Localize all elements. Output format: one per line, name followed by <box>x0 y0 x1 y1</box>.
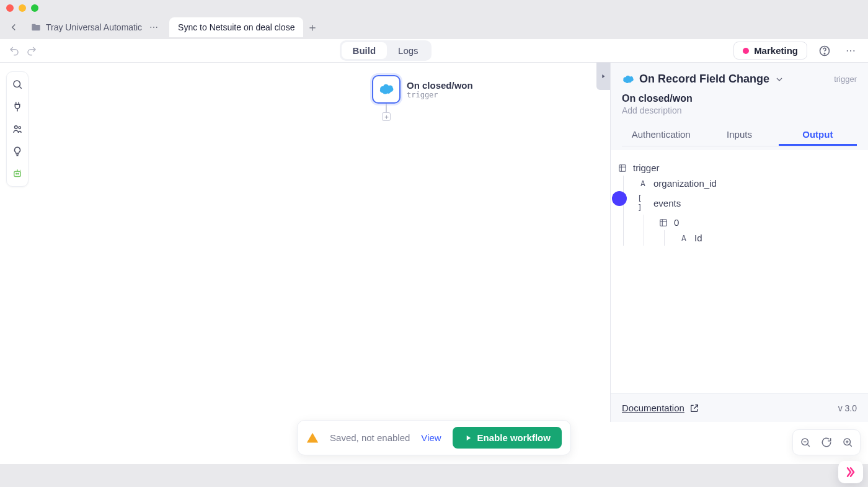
tab-workflow[interactable]: Sync to Netsuite on deal close <box>169 17 303 37</box>
tree-index-0[interactable]: 0 <box>658 215 862 230</box>
chevron-down-icon[interactable] <box>774 74 784 84</box>
string-icon: A <box>678 233 689 243</box>
redo-button[interactable] <box>26 45 37 56</box>
folder-icon <box>31 22 41 32</box>
environment-dot-icon <box>743 48 749 54</box>
tree-id[interactable]: A Id <box>678 230 862 246</box>
doc-label: Documentation <box>622 403 684 413</box>
array-icon: [ ] <box>637 194 649 212</box>
more-menu-button[interactable]: ⋯ <box>842 42 859 60</box>
add-tab-button[interactable]: ＋ <box>303 20 322 35</box>
tree-label: 0 <box>674 217 679 228</box>
enable-workflow-button[interactable]: Enable workflow <box>453 427 562 449</box>
tab-more-icon[interactable]: ⋯ <box>147 22 161 32</box>
tree-root[interactable]: trigger <box>617 160 862 176</box>
window-zoom-icon[interactable] <box>31 4 38 12</box>
tab-label: Tray Universal Automatic <box>46 22 142 32</box>
svg-rect-8 <box>619 164 626 171</box>
string-icon: A <box>637 179 649 188</box>
tab-label: Sync to Netsuite on deal close <box>178 22 294 32</box>
tab-output[interactable]: Output <box>779 123 857 146</box>
help-button[interactable] <box>816 42 833 60</box>
step-properties-panel: On Record Field Change trigger On closed… <box>610 63 868 422</box>
mode-logs[interactable]: Logs <box>387 42 430 59</box>
zoom-controls <box>792 429 861 455</box>
salesforce-icon <box>622 74 634 84</box>
back-button[interactable] <box>5 19 22 36</box>
window-minimize-icon[interactable] <box>19 4 26 12</box>
node-subtitle: trigger <box>407 91 473 99</box>
tab-project[interactable]: Tray Universal Automatic ⋯ <box>22 17 169 37</box>
object-icon <box>617 164 628 172</box>
workspace: On closed/won trigger ＋ On Record Field … <box>0 63 868 464</box>
status-text: Saved, not enabled <box>330 432 410 443</box>
step-description-input[interactable]: Add description <box>622 105 857 115</box>
connector-title: On Record Field Change <box>639 73 769 86</box>
panel-collapse-button[interactable] <box>596 63 610 90</box>
play-icon <box>464 434 472 442</box>
enable-label: Enable workflow <box>477 432 551 443</box>
mode-build[interactable]: Build <box>342 42 388 59</box>
zoom-fit-button[interactable] <box>818 434 835 451</box>
documentation-link[interactable]: Documentation <box>622 403 699 413</box>
tab-strip: Tray Universal Automatic ⋯ Sync to Netsu… <box>0 16 868 39</box>
svg-point-1 <box>824 53 825 53</box>
tree-organization-id[interactable]: A organization_id <box>637 176 862 191</box>
zoom-out-button[interactable] <box>797 434 814 451</box>
tree-label: trigger <box>633 163 660 173</box>
tree-label: events <box>653 198 681 208</box>
trigger-node[interactable]: On closed/won trigger <box>372 75 473 104</box>
add-step-button[interactable]: ＋ <box>382 112 391 121</box>
external-link-icon <box>689 403 699 413</box>
tree-events[interactable]: [ ] events <box>637 191 862 215</box>
environment-selector[interactable]: Marketing <box>733 42 807 60</box>
tree-label: organization_id <box>653 178 717 189</box>
undo-button[interactable] <box>9 45 20 56</box>
tree-label: Id <box>694 233 702 243</box>
zoom-in-button[interactable] <box>839 434 856 451</box>
tab-authentication[interactable]: Authentication <box>622 123 700 146</box>
output-schema: trigger A organization_id [ ] events <box>611 150 868 393</box>
status-view-link[interactable]: View <box>421 432 441 443</box>
step-kind-label: trigger <box>834 74 857 84</box>
node-title: On closed/won <box>407 80 473 91</box>
cursor-indicator-icon <box>612 191 627 206</box>
mode-switch: Build Logs <box>340 40 432 61</box>
window-close-icon[interactable] <box>6 4 14 12</box>
object-icon <box>658 218 669 227</box>
environment-label: Marketing <box>754 45 798 56</box>
step-name[interactable]: On closed/won <box>622 93 857 104</box>
tab-inputs[interactable]: Inputs <box>700 123 778 146</box>
toolbar: Build Logs Marketing ⋯ <box>0 39 868 63</box>
window-titlebar <box>0 0 868 16</box>
warning-icon <box>306 432 319 444</box>
workflow-status-bar: Saved, not enabled View Enable workflow <box>297 420 571 455</box>
window-footer <box>0 464 868 487</box>
svg-rect-9 <box>660 219 667 226</box>
brand-widget[interactable] <box>838 461 863 483</box>
brand-icon <box>844 466 857 478</box>
connector-version: v 3.0 <box>838 403 857 413</box>
salesforce-icon <box>372 75 401 104</box>
